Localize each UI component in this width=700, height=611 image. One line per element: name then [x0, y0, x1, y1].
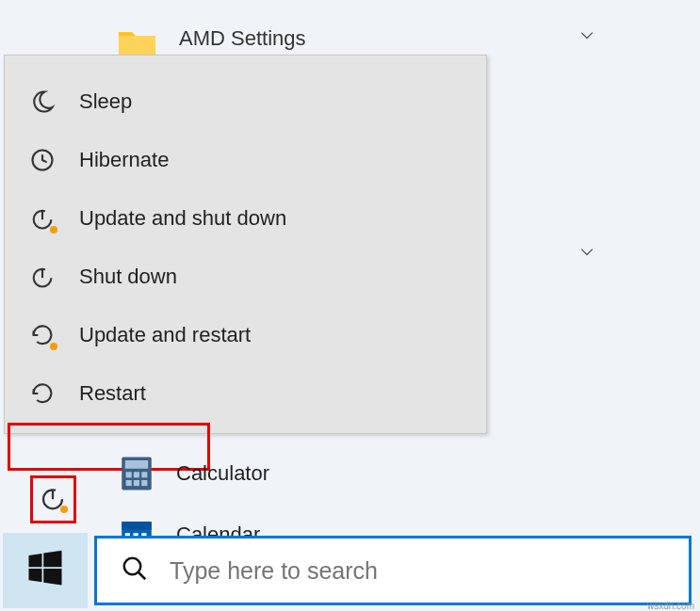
- app-label: Calculator: [176, 461, 269, 486]
- power-menu-label: Update and restart: [79, 323, 251, 347]
- power-menu-label: Shut down: [79, 265, 177, 289]
- folder-label: AMD Settings: [179, 26, 306, 51]
- power-menu-label: Hibernate: [79, 148, 169, 172]
- folder-icon: [116, 28, 158, 56]
- svg-rect-7: [133, 472, 138, 477]
- svg-point-17: [124, 558, 141, 575]
- start-power-button[interactable]: [34, 478, 72, 518]
- moon-icon: [28, 88, 57, 116]
- search-icon: [121, 555, 149, 587]
- svg-rect-11: [141, 480, 147, 486]
- power-menu-update-shutdown[interactable]: Update and shut down: [5, 189, 486, 248]
- power-update-icon: [28, 204, 57, 233]
- power-menu-sleep[interactable]: Sleep: [5, 72, 486, 131]
- calculator-icon: [115, 452, 157, 494]
- power-menu-label: Update and shut down: [79, 206, 286, 231]
- search-input[interactable]: [170, 557, 689, 585]
- power-menu-restart[interactable]: Restart: [5, 364, 486, 423]
- chevron-down-icon[interactable]: [578, 243, 596, 265]
- restart-icon: [28, 379, 57, 408]
- power-menu: Sleep Hibernate Update and shut down Shu…: [4, 55, 487, 434]
- power-menu-label: Restart: [79, 381, 146, 406]
- power-icon: [28, 263, 57, 291]
- svg-rect-5: [124, 460, 148, 469]
- svg-rect-8: [141, 472, 147, 477]
- windows-logo-icon: [25, 549, 65, 592]
- svg-rect-6: [125, 472, 131, 477]
- power-menu-hibernate[interactable]: Hibernate: [5, 131, 486, 189]
- svg-rect-9: [125, 480, 131, 486]
- power-menu-label: Sleep: [79, 89, 132, 114]
- svg-rect-10: [133, 480, 138, 486]
- power-menu-shutdown[interactable]: Shut down: [5, 248, 486, 306]
- taskbar-search[interactable]: [94, 536, 692, 605]
- power-menu-update-restart[interactable]: Update and restart: [5, 306, 486, 364]
- chevron-down-icon[interactable]: [578, 26, 596, 49]
- svg-rect-13: [122, 522, 152, 530]
- taskbar: [0, 533, 700, 608]
- clock-icon: [28, 146, 57, 174]
- watermark: wsxdn.com: [647, 601, 694, 611]
- start-button[interactable]: [3, 533, 88, 608]
- restart-update-icon: [28, 321, 57, 349]
- start-app-calculator[interactable]: Calculator: [115, 452, 269, 494]
